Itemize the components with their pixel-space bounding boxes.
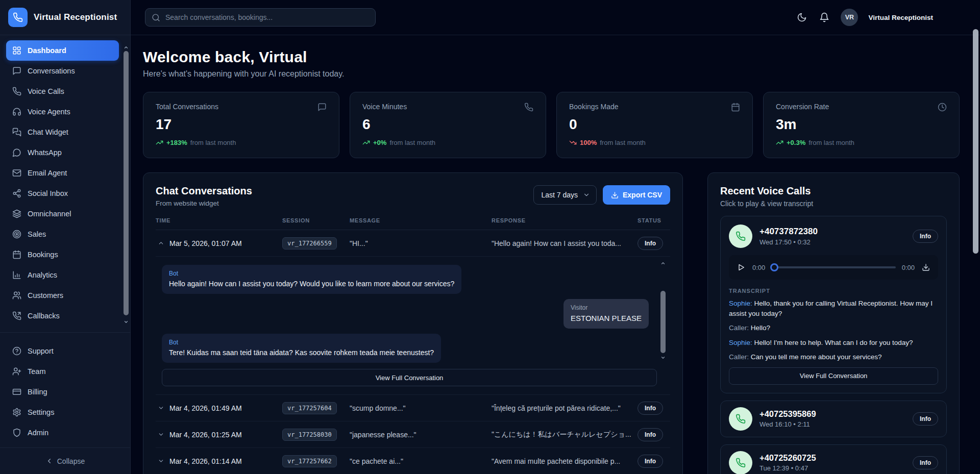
sidebar-divider (0, 332, 130, 333)
sidebar-item-customers[interactable]: Customers (6, 285, 119, 306)
sidebar-item-voice-calls[interactable]: Voice Calls (6, 81, 119, 102)
sidebar-item-omnichannel[interactable]: Omnichannel (6, 204, 119, 224)
chevron-left-icon (45, 457, 53, 465)
stat-trend-value: +0.3% (787, 139, 805, 146)
call-meta: Wed 17:50 • 0:32 (760, 238, 818, 246)
chevron-up-icon[interactable] (158, 240, 164, 246)
search-input[interactable] (165, 13, 369, 21)
sidebar-item-settings[interactable]: Settings (6, 402, 119, 422)
sidebar-item-admin[interactable]: Admin (6, 422, 119, 443)
scroll-down-icon[interactable] (660, 355, 666, 360)
chevron-down-icon[interactable] (158, 405, 164, 411)
sidebar-scroll-down-icon[interactable] (123, 319, 129, 325)
stat-trend-value: 100% (580, 139, 597, 146)
visitor-label: Visitor (571, 304, 642, 311)
info-button[interactable]: Info (913, 412, 938, 426)
info-button[interactable]: Info (638, 237, 663, 250)
info-button[interactable]: Info (638, 428, 663, 441)
transcript-text: Hello! I'm here to help. What can I do f… (754, 339, 913, 346)
sidebar-item-sales[interactable]: Sales (6, 224, 119, 244)
sidebar-item-conversations[interactable]: Conversations (6, 61, 119, 81)
page-scrollbar-thumb[interactable] (973, 29, 978, 254)
info-button[interactable]: Info (913, 456, 938, 469)
table-row[interactable]: Mar 4, 2026, 01:49 AM vr_177257604 "scum… (156, 395, 670, 421)
info-button[interactable]: Info (638, 455, 663, 468)
info-button[interactable]: Info (638, 402, 663, 415)
row-response: "Avem mai multe pachete disponibile p... (492, 457, 638, 465)
phone-call-icon (729, 451, 752, 474)
sidebar-item-chat-widget[interactable]: Chat Widget (6, 122, 119, 142)
notifications-button[interactable] (818, 11, 830, 23)
player-slider-knob[interactable] (770, 263, 778, 271)
stat-value: 17 (156, 116, 327, 133)
call-number: +40737872380 (760, 227, 818, 237)
export-csv-button[interactable]: Export CSV (603, 185, 670, 205)
sidebar-item-bookings[interactable]: Bookings (6, 244, 119, 265)
sidebar-item-dashboard[interactable]: Dashboard (6, 40, 119, 61)
sidebar-item-social-inbox[interactable]: Social Inbox (6, 183, 119, 204)
share-icon (12, 189, 21, 198)
row-time: Mar 4, 2026, 01:14 AM (169, 457, 242, 465)
conversation-scrollbar-thumb[interactable] (660, 291, 666, 353)
main-content: Welcome back, Virtual Here's what's happ… (131, 35, 980, 474)
trending-up-icon (776, 139, 783, 146)
bot-label: Bot (169, 270, 454, 277)
phone-icon (524, 103, 533, 112)
chevron-down-icon[interactable] (158, 458, 164, 464)
row-response: "Înțeleg că prețurile pot părea ridicate… (492, 404, 638, 412)
play-button[interactable] (736, 262, 746, 272)
message-square-icon (12, 66, 21, 76)
row-response: "こんにちは！私はバーチャルレセプショ... (492, 430, 638, 439)
table-row[interactable]: Mar 4, 2026, 01:14 AM vr_177257662 "ce p… (156, 448, 670, 474)
table-row[interactable]: Mar 4, 2026, 01:25 AM vr_177258030 "japa… (156, 421, 670, 448)
sidebar-item-voice-agents[interactable]: Voice Agents (6, 102, 119, 122)
sidebar-item-analytics[interactable]: Analytics (6, 265, 119, 285)
view-full-conversation-button[interactable]: View Full Conversation (729, 367, 938, 385)
info-button[interactable]: Info (913, 230, 938, 243)
app-title: Virtual Receptionist (34, 12, 117, 22)
sidebar-scrollbar-thumb[interactable] (124, 51, 129, 315)
row-message: "japanesse please..." (350, 431, 492, 439)
stat-value: 6 (362, 116, 533, 133)
player-seek-slider[interactable] (771, 266, 895, 268)
download-recording-button[interactable] (921, 262, 931, 272)
chevron-down-icon[interactable] (158, 431, 164, 438)
row-message: "HI..." (350, 239, 492, 247)
voice-call-row[interactable]: +40725260725 Tue 12:39 • 0:47 Info (720, 444, 947, 474)
row-time: Mar 5, 2026, 01:07 AM (169, 239, 242, 247)
user-plus-icon (12, 367, 21, 376)
sidebar-item-billing[interactable]: Billing (6, 382, 119, 402)
sidebar-item-support[interactable]: Support (6, 341, 119, 361)
avatar[interactable]: VR (841, 9, 858, 26)
sidebar-item-whatsapp[interactable]: WhatsApp (6, 142, 119, 163)
sidebar-item-email-agent[interactable]: Email Agent (6, 163, 119, 183)
stat-trend-suffix: from last month (389, 139, 435, 146)
stat-trend-value: +0% (373, 139, 386, 146)
page-scrollbar[interactable] (973, 0, 979, 474)
sidebar-item-label: Sales (28, 230, 46, 238)
voice-panel-title: Recent Voice Calls (720, 185, 947, 197)
bell-icon (819, 12, 829, 22)
session-badge: vr_177258030 (282, 429, 337, 441)
scroll-up-icon[interactable] (660, 261, 666, 266)
voice-call-row[interactable]: +40725395869 Wed 16:10 • 2:11 Info (720, 401, 947, 437)
collapse-button[interactable]: Collapse (0, 447, 130, 474)
sidebar-nav: Dashboard Conversations Voice Calls Voic… (0, 35, 130, 329)
sidebar-item-label: Email Agent (28, 169, 67, 177)
stat-trend-suffix: from last month (190, 139, 236, 146)
sidebar-item-label: Voice Calls (28, 87, 64, 95)
sidebar-item-label: Omnichannel (28, 210, 71, 218)
sidebar-item-callbacks[interactable]: Callbacks (6, 306, 119, 326)
bot-message-text: Hello again! How can I assist you today?… (169, 279, 454, 289)
sidebar-scroll-up-icon[interactable] (123, 45, 129, 50)
stat-card-bookings-made: Bookings Made 0 100% from last month (556, 92, 753, 158)
date-range-select[interactable]: Last 7 days (533, 185, 597, 205)
credit-card-icon (12, 387, 21, 396)
search-bar[interactable] (145, 8, 376, 27)
sidebar-item-team[interactable]: Team (6, 361, 119, 382)
view-full-conversation-button[interactable]: View Full Conversation (162, 369, 657, 386)
sidebar-item-label: WhatsApp (28, 148, 62, 157)
table-row[interactable]: Mar 5, 2026, 01:07 AM vr_177266559 "HI..… (156, 230, 670, 257)
theme-toggle-button[interactable] (796, 11, 808, 23)
phone-callback-icon (12, 311, 21, 320)
